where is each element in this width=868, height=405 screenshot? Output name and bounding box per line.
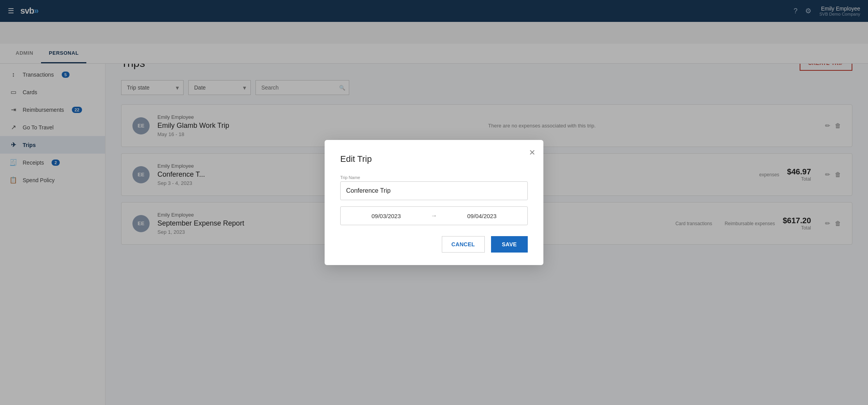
date-range-field: 09/03/2023 → 09/04/2023 (340, 206, 528, 225)
modal-actions: CANCEL SAVE (340, 236, 528, 253)
save-button[interactable]: SAVE (491, 236, 528, 253)
date-arrow-icon: → (431, 212, 437, 219)
trip-name-input[interactable] (340, 181, 528, 200)
modal-close-button[interactable]: ✕ (529, 148, 536, 157)
modal-title: Edit Trip (340, 154, 528, 164)
trip-name-label: Trip Name (340, 175, 528, 180)
cancel-button[interactable]: CANCEL (442, 236, 485, 253)
modal-overlay[interactable]: Edit Trip ✕ Trip Name 09/03/2023 → 09/04… (0, 0, 868, 405)
date-end: 09/04/2023 (442, 213, 522, 219)
trip-name-field: Trip Name (340, 175, 528, 200)
date-start: 09/03/2023 (346, 213, 426, 219)
edit-trip-modal: Edit Trip ✕ Trip Name 09/03/2023 → 09/04… (325, 140, 543, 265)
date-range-picker[interactable]: 09/03/2023 → 09/04/2023 (340, 206, 528, 225)
